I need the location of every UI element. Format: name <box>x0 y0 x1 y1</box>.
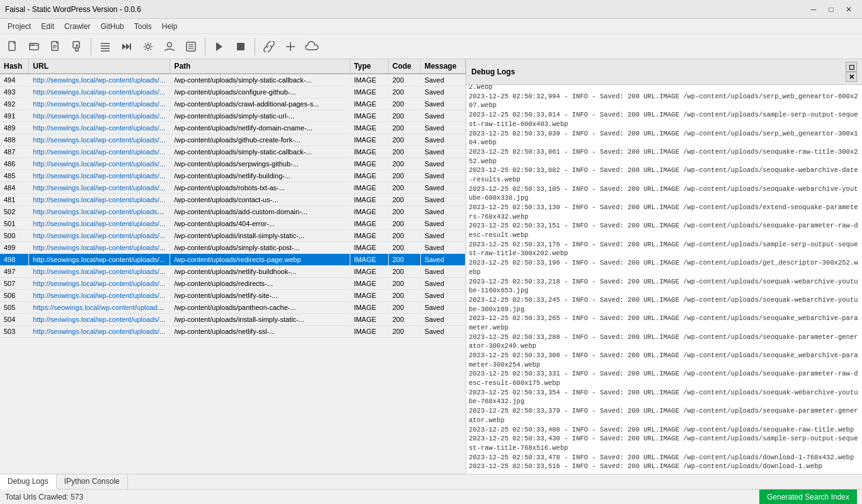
play-button[interactable] <box>209 37 229 57</box>
menu-edit[interactable]: Edit <box>36 21 59 32</box>
table-row[interactable]: 500http://seowings.local/wp-content/uplo… <box>0 230 466 242</box>
cell-url[interactable]: http://seowings.local/wp-content/uploads… <box>29 242 170 254</box>
cell-url[interactable]: http://seowings.local/wp-content/uploads… <box>29 326 170 338</box>
table-row[interactable]: 487http://seowings.local/wp-content/uplo… <box>0 146 466 158</box>
url-link[interactable]: http://seowings.local/wp-content/uploads… <box>33 148 165 156</box>
url-link[interactable]: http://seowings.local/wp-content/uploads… <box>33 136 165 144</box>
debug-restore-button[interactable]: ◻ <box>846 62 857 72</box>
debug-close-button[interactable]: ✕ <box>846 72 857 82</box>
table-row[interactable]: 481http://seowings.local/wp-content/uplo… <box>0 194 466 206</box>
cloud-button[interactable] <box>302 37 322 57</box>
cell-path: /wp-content/uploads/serpwings-github-... <box>170 158 350 170</box>
url-link[interactable]: http://seowings.local/wp-content/uploads… <box>33 196 165 203</box>
cell-url[interactable]: http://seowings.local/wp-content/uploads… <box>29 182 170 194</box>
maximize-button[interactable]: □ <box>823 3 839 16</box>
table-row[interactable]: 505https://seowings.local/wp-content/upl… <box>0 302 466 314</box>
url-link[interactable]: http://seowings.local/wp-content/uploads… <box>33 76 165 84</box>
cell-url[interactable]: http://seowings.local/wp-content/uploads… <box>29 218 170 230</box>
stop-button[interactable] <box>231 37 251 57</box>
url-link[interactable]: http://seowings.local/wp-content/uploads… <box>33 172 165 180</box>
table-row[interactable]: 507http://seowings.local/wp-content/uplo… <box>0 278 466 290</box>
menu-tools[interactable]: Tools <box>129 21 157 32</box>
url-link[interactable]: http://seowings.local/wp-content/uploads… <box>33 328 165 335</box>
table-row[interactable]: 503http://seowings.local/wp-content/uplo… <box>0 326 466 338</box>
cell-url[interactable]: http://seowings.local/wp-content/uploads… <box>29 266 170 278</box>
url-link[interactable]: http://seowings.local/wp-content/uploads… <box>33 160 165 168</box>
url-link[interactable]: http://seowings.local/wp-content/uploads… <box>33 184 165 192</box>
new-file-button[interactable] <box>3 37 23 57</box>
cell-url[interactable]: http://seowings.local/wp-content/uploads… <box>29 134 170 146</box>
table-row[interactable]: 504http://seowings.local/wp-content/uplo… <box>0 314 466 326</box>
table-row[interactable]: 494http://seowings.local/wp-content/uplo… <box>0 74 466 86</box>
table-row[interactable]: 493http://seowings.local/wp-content/uplo… <box>0 86 466 98</box>
menu-crawler[interactable]: Crawler <box>59 21 95 32</box>
table-row[interactable]: 498http://seowings.local/wp-content/uplo… <box>0 254 466 266</box>
url-link[interactable]: https://seowings.local/wp-content/upload… <box>33 304 168 311</box>
generated-search-index-button[interactable]: Generated Search Index <box>759 490 857 504</box>
cell-url[interactable]: http://seowings.local/wp-content/uploads… <box>29 254 170 266</box>
url-link[interactable]: http://seowings.local/wp-content/uploads… <box>33 220 165 227</box>
table-row[interactable]: 488http://seowings.local/wp-content/uplo… <box>0 134 466 146</box>
tab-debug-logs[interactable]: Debug Logs <box>0 474 57 490</box>
close-button[interactable]: ✕ <box>841 3 857 16</box>
table-row[interactable]: 492http://seowings.local/wp-content/uplo… <box>0 98 466 110</box>
url-link[interactable]: http://seowings.local/wp-content/uploads… <box>33 244 165 251</box>
url-link[interactable]: http://seowings.local/wp-content/uploads… <box>33 124 165 132</box>
url-link[interactable]: http://seowings.local/wp-content/uploads… <box>33 208 170 215</box>
table-row[interactable]: 506http://seowings.local/wp-content/uplo… <box>0 290 466 302</box>
cell-url[interactable]: http://seowings.local/wp-content/uploads… <box>29 194 170 206</box>
preferences-button[interactable] <box>181 37 201 57</box>
export-button[interactable] <box>67 37 87 57</box>
cell-url[interactable]: http://seowings.local/wp-content/uploads… <box>29 110 170 122</box>
cell-url[interactable]: http://seowings.local/wp-content/uploads… <box>29 122 170 134</box>
url-link[interactable]: http://seowings.local/wp-content/uploads… <box>33 100 165 108</box>
table-container[interactable]: Hash URL Path Type Code Message 494http:… <box>0 59 466 474</box>
cell-url[interactable]: http://seowings.local/wp-content/uploads… <box>29 146 170 158</box>
cell-url[interactable]: http://seowings.local/wp-content/uploads… <box>29 158 170 170</box>
link-button[interactable] <box>259 37 279 57</box>
gear-button[interactable] <box>138 37 158 57</box>
url-link[interactable]: http://seowings.local/wp-content/uploads… <box>33 112 165 120</box>
table-row[interactable]: 501http://seowings.local/wp-content/uplo… <box>0 218 466 230</box>
cell-url[interactable]: http://seowings.local/wp-content/uploads… <box>29 86 170 98</box>
minimize-button[interactable]: ─ <box>805 3 822 16</box>
cell-url[interactable]: http://seowings.local/wp-content/uploads… <box>29 278 170 290</box>
url-link[interactable]: http://seowings.local/wp-content/uploads… <box>33 268 165 275</box>
fast-forward-button[interactable] <box>117 37 137 57</box>
table-row[interactable]: 489http://seowings.local/wp-content/uplo… <box>0 122 466 134</box>
tab-ipython-console[interactable]: IPython Console <box>57 474 128 489</box>
user-button[interactable] <box>159 37 180 57</box>
url-link[interactable]: http://seowings.local/wp-content/uploads… <box>33 292 165 299</box>
list-button[interactable] <box>95 37 115 57</box>
url-link[interactable]: http://seowings.local/wp-content/uploads… <box>33 232 165 239</box>
open-file-button[interactable] <box>45 37 66 57</box>
cell-url[interactable]: http://seowings.local/wp-content/uploads… <box>29 98 170 110</box>
table-row[interactable]: 484http://seowings.local/wp-content/uplo… <box>0 182 466 194</box>
cell-message: Saved <box>420 182 465 194</box>
table-row[interactable]: 499http://seowings.local/wp-content/uplo… <box>0 242 466 254</box>
cell-path: /wp-content/uploads/github-create-fork-.… <box>170 134 350 146</box>
menu-project[interactable]: Project <box>3 21 36 32</box>
cell-url[interactable]: http://seowings.local/wp-content/uploads… <box>29 74 170 86</box>
menu-github[interactable]: GitHub <box>95 21 129 32</box>
add-link-button[interactable] <box>280 37 301 57</box>
url-link[interactable]: http://seowings.local/wp-content/uploads… <box>33 316 165 323</box>
cell-url[interactable]: https://seowings.local/wp-content/upload… <box>29 302 170 314</box>
table-row[interactable]: 486http://seowings.local/wp-content/uplo… <box>0 158 466 170</box>
url-link[interactable]: http://seowings.local/wp-content/uploads… <box>33 256 165 263</box>
menu-help[interactable]: Help <box>157 21 183 32</box>
cell-url[interactable]: http://seowings.local/wp-content/uploads… <box>29 230 170 242</box>
table-row[interactable]: 491http://seowings.local/wp-content/uplo… <box>0 110 466 122</box>
cell-url[interactable]: http://seowings.local/wp-content/uploads… <box>29 314 170 326</box>
cell-hash: 505 <box>0 302 29 314</box>
debug-log-content[interactable]: 2023-12-25 02:50:32,654 - INFO - Saved: … <box>466 85 862 474</box>
open-folder-button[interactable] <box>24 37 44 57</box>
table-row[interactable]: 485http://seowings.local/wp-content/uplo… <box>0 170 466 182</box>
url-link[interactable]: http://seowings.local/wp-content/uploads… <box>33 88 165 96</box>
table-row[interactable]: 502http://seowings.local/wp-content/uplo… <box>0 206 466 218</box>
cell-url[interactable]: http://seowings.local/wp-content/uploads… <box>29 206 170 218</box>
table-row[interactable]: 497http://seowings.local/wp-content/uplo… <box>0 266 466 278</box>
cell-url[interactable]: http://seowings.local/wp-content/uploads… <box>29 170 170 182</box>
cell-url[interactable]: http://seowings.local/wp-content/uploads… <box>29 290 170 302</box>
url-link[interactable]: http://seowings.local/wp-content/uploads… <box>33 280 165 287</box>
